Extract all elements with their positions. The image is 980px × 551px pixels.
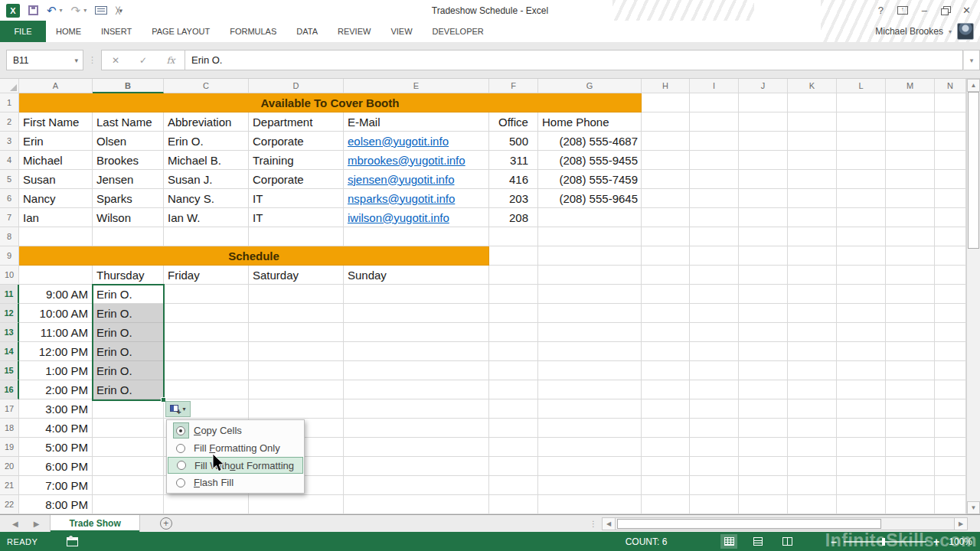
cell[interactable] bbox=[489, 227, 538, 246]
cell[interactable] bbox=[249, 399, 344, 419]
cell[interactable] bbox=[690, 438, 739, 457]
cell[interactable] bbox=[935, 227, 966, 246]
cell[interactable] bbox=[538, 476, 642, 495]
cell[interactable]: 1:00 PM bbox=[19, 361, 93, 380]
column-header-g[interactable]: G bbox=[538, 79, 642, 93]
row-header-4[interactable]: 4 bbox=[0, 151, 19, 170]
cell[interactable] bbox=[788, 112, 837, 132]
cell[interactable] bbox=[164, 342, 249, 361]
header-home-phone[interactable]: Home Phone bbox=[538, 112, 642, 132]
cell[interactable]: Susan J. bbox=[164, 170, 249, 189]
menu-item-copy-cells[interactable]: Copy Cells bbox=[168, 422, 303, 439]
cell[interactable] bbox=[837, 438, 886, 457]
cell[interactable]: Erin O. bbox=[164, 132, 249, 151]
row-header-1[interactable]: 1 bbox=[0, 93, 19, 112]
touch-mode-icon[interactable] bbox=[95, 6, 107, 15]
row-header-21[interactable]: 21 bbox=[0, 476, 19, 495]
cell[interactable] bbox=[344, 304, 489, 323]
cell[interactable] bbox=[642, 399, 690, 419]
cell[interactable] bbox=[642, 304, 690, 323]
cell[interactable] bbox=[690, 93, 739, 112]
menu-item-fill-without-formatting[interactable]: Fill Without Formatting bbox=[168, 457, 303, 474]
cell[interactable] bbox=[690, 323, 739, 342]
cell[interactable] bbox=[886, 323, 935, 342]
cell[interactable] bbox=[739, 342, 788, 361]
cell[interactable]: Michael B. bbox=[164, 151, 249, 170]
cell[interactable] bbox=[739, 285, 788, 304]
cell[interactable] bbox=[788, 266, 837, 285]
cell[interactable]: 7:00 PM bbox=[19, 476, 93, 495]
cell[interactable] bbox=[739, 438, 788, 457]
cell[interactable] bbox=[164, 361, 249, 380]
cell[interactable] bbox=[538, 246, 642, 266]
cell[interactable] bbox=[344, 419, 489, 438]
cell[interactable] bbox=[690, 285, 739, 304]
cell[interactable] bbox=[837, 419, 886, 438]
cell[interactable] bbox=[935, 380, 966, 399]
cell[interactable] bbox=[788, 495, 837, 514]
cell[interactable] bbox=[788, 380, 837, 399]
cell[interactable] bbox=[886, 170, 935, 189]
banner-schedule[interactable]: Schedule bbox=[19, 246, 489, 266]
row-header-11[interactable]: 11 bbox=[0, 285, 19, 304]
name-box-dropdown-icon[interactable]: ▾ bbox=[74, 57, 78, 64]
cell[interactable] bbox=[739, 112, 788, 132]
cell[interactable] bbox=[886, 285, 935, 304]
row-header-13[interactable]: 13 bbox=[0, 323, 19, 342]
tab-data[interactable]: DATA bbox=[286, 21, 328, 42]
cell[interactable] bbox=[935, 342, 966, 361]
day-header-sunday[interactable]: Sunday bbox=[344, 266, 489, 285]
row-header-16[interactable]: 16 bbox=[0, 380, 19, 399]
cell[interactable]: Erin O. bbox=[93, 304, 164, 323]
zoom-slider[interactable] bbox=[844, 541, 926, 543]
cell[interactable] bbox=[690, 419, 739, 438]
cell[interactable] bbox=[788, 361, 837, 380]
cell[interactable] bbox=[642, 208, 690, 227]
cell[interactable] bbox=[344, 476, 489, 495]
cell[interactable] bbox=[935, 132, 966, 151]
cell[interactable] bbox=[642, 323, 690, 342]
cell[interactable] bbox=[344, 285, 489, 304]
cell[interactable] bbox=[642, 457, 690, 476]
cell[interactable] bbox=[538, 342, 642, 361]
header-email[interactable]: E-Mail bbox=[344, 112, 489, 132]
cell[interactable] bbox=[344, 380, 489, 399]
column-header-i[interactable]: I bbox=[690, 79, 739, 93]
cell[interactable] bbox=[935, 208, 966, 227]
cell[interactable] bbox=[164, 323, 249, 342]
cell[interactable]: 11:00 AM bbox=[19, 323, 93, 342]
cell[interactable] bbox=[690, 304, 739, 323]
cell[interactable] bbox=[642, 495, 690, 514]
cell[interactable] bbox=[837, 227, 886, 246]
row-header-2[interactable]: 2 bbox=[0, 112, 19, 132]
customize-qat-icon[interactable]: ╳▾ bbox=[116, 7, 122, 15]
cell[interactable] bbox=[642, 342, 690, 361]
undo-icon[interactable]: ↶ bbox=[47, 5, 57, 16]
cell[interactable]: Sparks bbox=[93, 189, 164, 208]
cell[interactable] bbox=[837, 266, 886, 285]
cell[interactable] bbox=[739, 93, 788, 112]
vertical-scrollbar-thumb[interactable] bbox=[968, 92, 979, 249]
email-link[interactable]: mbrookes@yugotit.info bbox=[344, 151, 489, 170]
cell[interactable]: IT bbox=[249, 189, 344, 208]
cell[interactable] bbox=[837, 189, 886, 208]
email-link[interactable]: eolsen@yugotit.info bbox=[344, 132, 489, 151]
cell[interactable] bbox=[739, 361, 788, 380]
cell[interactable] bbox=[538, 266, 642, 285]
cell[interactable] bbox=[642, 170, 690, 189]
cell[interactable] bbox=[642, 151, 690, 170]
cell[interactable] bbox=[886, 246, 935, 266]
cell[interactable] bbox=[642, 476, 690, 495]
cell[interactable]: Olsen bbox=[93, 132, 164, 151]
ribbon-display-options-icon[interactable]: ↑ bbox=[897, 6, 908, 15]
cell[interactable] bbox=[739, 323, 788, 342]
cell[interactable] bbox=[489, 246, 538, 266]
cell[interactable] bbox=[837, 457, 886, 476]
cell[interactable] bbox=[886, 419, 935, 438]
cell[interactable] bbox=[538, 208, 642, 227]
cell[interactable] bbox=[788, 304, 837, 323]
page-layout-view-icon[interactable] bbox=[750, 534, 766, 549]
enter-icon[interactable]: ✓ bbox=[129, 55, 157, 66]
cell[interactable]: Erin O. bbox=[93, 342, 164, 361]
header-abbreviation[interactable]: Abbreviation bbox=[164, 112, 249, 132]
